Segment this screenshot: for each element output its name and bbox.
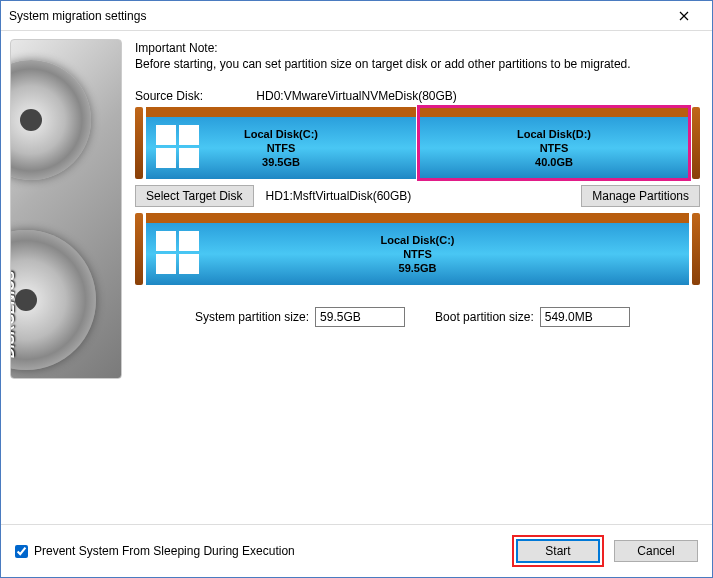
boot-partition-size-label: Boot partition size: <box>435 310 534 324</box>
partition-block[interactable]: Local Disk(C:)NTFS39.5GB <box>146 107 416 179</box>
disk-bracket-icon <box>692 107 700 179</box>
brand-text: DISKGENIUS <box>10 271 17 358</box>
system-partition-size-label: System partition size: <box>195 310 309 324</box>
boot-partition-size-input[interactable] <box>540 307 630 327</box>
windows-logo-icon <box>156 231 202 277</box>
windows-logo-icon <box>156 125 202 171</box>
target-disk-bar: Local Disk(C:)NTFS59.5GB <box>135 213 700 285</box>
system-partition-size-input[interactable] <box>315 307 405 327</box>
partition-info: Local Disk(C:)NTFS59.5GB <box>381 233 455 276</box>
target-disk-name: HD1:MsftVirtualDisk(60GB) <box>266 189 576 203</box>
source-disk-label: Source Disk: <box>135 89 253 103</box>
dialog-window: System migration settings DISKGENIUS Imp… <box>0 0 713 578</box>
note-text: Before starting, you can set partition s… <box>135 57 700 71</box>
size-row: System partition size: Boot partition si… <box>135 307 700 327</box>
cancel-button[interactable]: Cancel <box>614 540 698 562</box>
window-title: System migration settings <box>9 9 664 23</box>
target-controls-row: Select Target Disk HD1:MsftVirtualDisk(6… <box>135 185 700 207</box>
main-panel: Important Note: Before starting, you can… <box>131 31 712 524</box>
disk-bracket-icon <box>692 213 700 285</box>
titlebar: System migration settings <box>1 1 712 31</box>
prevent-sleep-text: Prevent System From Sleeping During Exec… <box>34 544 295 558</box>
close-button[interactable] <box>664 2 704 30</box>
select-target-disk-button[interactable]: Select Target Disk <box>135 185 254 207</box>
prevent-sleep-checkbox[interactable] <box>15 545 28 558</box>
disk-bracket-icon <box>135 213 143 285</box>
prevent-sleep-checkbox-label[interactable]: Prevent System From Sleeping During Exec… <box>15 544 295 558</box>
manage-partitions-button[interactable]: Manage Partitions <box>581 185 700 207</box>
dialog-body: DISKGENIUS Important Note: Before starti… <box>1 31 712 524</box>
partition-info: Local Disk(C:)NTFS39.5GB <box>244 127 318 170</box>
start-button-highlight: Start <box>512 535 604 567</box>
note-heading: Important Note: <box>135 41 700 55</box>
source-disk-bar: Local Disk(C:)NTFS39.5GBLocal Disk(D:)NT… <box>135 107 700 179</box>
start-button[interactable]: Start <box>516 539 600 563</box>
disk-bracket-icon <box>135 107 143 179</box>
sidebar: DISKGENIUS <box>1 31 131 524</box>
footer: Prevent System From Sleeping During Exec… <box>1 524 712 577</box>
source-disk-row: Source Disk: HD0:VMwareVirtualNVMeDisk(8… <box>135 89 700 103</box>
source-disk-name: HD0:VMwareVirtualNVMeDisk(80GB) <box>256 89 457 103</box>
disk-illustration: DISKGENIUS <box>10 39 122 379</box>
partition-info: Local Disk(D:)NTFS40.0GB <box>517 127 591 170</box>
partition-block[interactable]: Local Disk(C:)NTFS59.5GB <box>146 213 689 285</box>
disk-platter-icon <box>10 230 96 370</box>
partition-block[interactable]: Local Disk(D:)NTFS40.0GB <box>419 107 689 179</box>
disk-platter-icon <box>10 60 91 180</box>
close-icon <box>679 11 689 21</box>
